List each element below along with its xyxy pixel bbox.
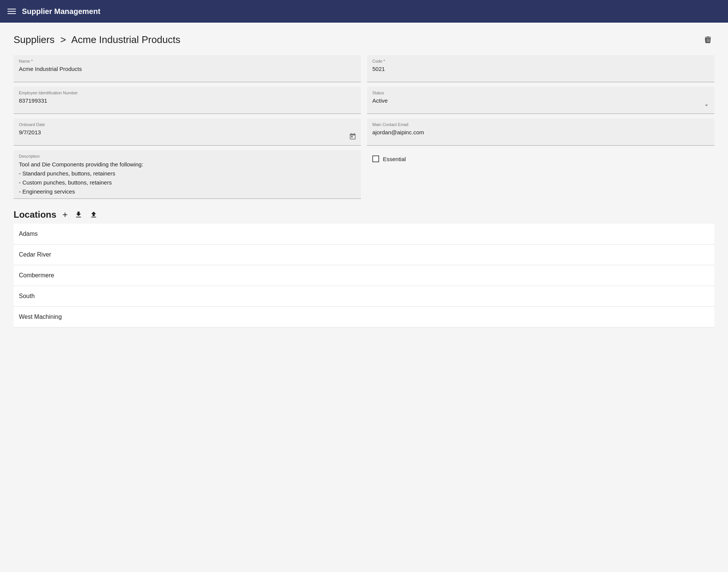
code-label: Code * xyxy=(372,59,709,63)
description-value: Tool and Die Components providing the fo… xyxy=(19,160,356,196)
status-field[interactable]: Status Active xyxy=(367,87,714,114)
onboard-value: 9/7/2013 xyxy=(19,128,356,136)
app-header: Supplier Management xyxy=(0,0,728,23)
status-label: Status xyxy=(372,91,709,95)
status-value: Active xyxy=(372,97,709,105)
ein-label: Employee Identification Number xyxy=(19,91,356,95)
code-field[interactable]: Code * 5021 xyxy=(367,55,714,82)
name-label: Name * xyxy=(19,59,356,63)
description-label: Description xyxy=(19,154,356,158)
location-list: AdamsCedar RiverCombermereSouthWest Mach… xyxy=(14,224,714,328)
essential-checkbox[interactable] xyxy=(372,155,379,162)
locations-header: Locations + xyxy=(14,209,714,220)
name-field[interactable]: Name * Acme Industrial Products xyxy=(14,55,361,82)
trash-icon xyxy=(704,35,712,44)
list-item[interactable]: Combermere xyxy=(14,265,714,286)
download-locations-button[interactable] xyxy=(74,210,83,220)
ein-field[interactable]: Employee Identification Number 837199331 xyxy=(14,87,361,114)
upload-icon xyxy=(89,211,98,219)
list-item[interactable]: South xyxy=(14,286,714,307)
name-value: Acme Industrial Products xyxy=(19,65,356,73)
app-title: Supplier Management xyxy=(22,7,100,16)
breadcrumb-current: Acme Industrial Products xyxy=(71,34,180,45)
form-row-ein-status: Employee Identification Number 837199331… xyxy=(14,87,714,114)
breadcrumb: Suppliers > Acme Industrial Products xyxy=(14,34,180,46)
contact-email-field[interactable]: Main Contact Email ajordan@aipinc.com xyxy=(367,118,714,146)
locations-title: Locations xyxy=(14,209,56,220)
calendar-icon[interactable] xyxy=(349,133,356,141)
form-row-name-code: Name * Acme Industrial Products Code * 5… xyxy=(14,55,714,82)
breadcrumb-row: Suppliers > Acme Industrial Products xyxy=(14,33,714,46)
contact-email-value: ajordan@aipinc.com xyxy=(372,128,709,136)
add-location-button[interactable]: + xyxy=(62,210,68,219)
chevron-down-icon xyxy=(703,102,710,110)
essential-area: Essential xyxy=(367,150,714,168)
download-icon xyxy=(74,211,83,219)
contact-email-label: Main Contact Email xyxy=(372,122,709,127)
description-field[interactable]: Description Tool and Die Components prov… xyxy=(14,150,361,199)
list-item[interactable]: Adams xyxy=(14,224,714,244)
right-column: Essential xyxy=(367,150,714,199)
list-item[interactable]: West Machining xyxy=(14,307,714,328)
ein-value: 837199331 xyxy=(19,97,356,105)
form-row-desc-essential: Description Tool and Die Components prov… xyxy=(14,150,714,199)
code-value: 5021 xyxy=(372,65,709,73)
page-content: Suppliers > Acme Industrial Products Nam… xyxy=(0,23,728,338)
list-item[interactable]: Cedar River xyxy=(14,244,714,265)
breadcrumb-parent[interactable]: Suppliers xyxy=(14,34,54,45)
onboard-label: Onboard Date xyxy=(19,122,356,127)
delete-button[interactable] xyxy=(702,33,714,46)
upload-locations-button[interactable] xyxy=(89,210,99,220)
onboard-date-field[interactable]: Onboard Date 9/7/2013 xyxy=(14,118,361,146)
form-row-onboard-email: Onboard Date 9/7/2013 Main Contact Email… xyxy=(14,118,714,146)
breadcrumb-separator: > xyxy=(60,34,66,45)
essential-label: Essential xyxy=(383,156,406,162)
menu-icon[interactable] xyxy=(8,9,16,14)
